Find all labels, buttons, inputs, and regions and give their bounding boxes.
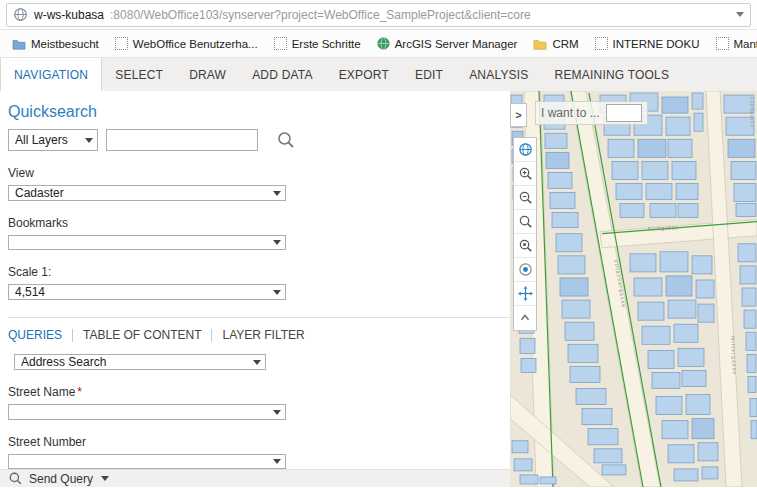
send-query-button[interactable]: Send Query [29,472,93,486]
url-box[interactable]: w-ws-kubasa:8080/WebOffice103/synserver?… [6,3,751,27]
subtab-table-of-content[interactable]: TABLE OF CONTENT [83,328,201,342]
bookmark-erste-schritte[interactable]: Erste Schritte [266,30,369,57]
folder-yellow-icon [533,38,547,50]
i-want-to-label: I want to ... [541,106,600,120]
bookmark-crm[interactable]: CRM [525,30,586,57]
identify-tool-icon[interactable] [514,258,536,282]
layer-scope-select[interactable]: All Layers [8,129,98,151]
query-type-select[interactable]: Address Search [14,354,266,370]
bookmark-label: INTERNE DOKU [613,38,700,50]
panel-collapse-button[interactable]: > [510,103,527,127]
zoom-previous-icon[interactable] [514,210,536,234]
scale-select[interactable]: 4,514 [8,284,286,300]
map-viewport[interactable]: Kinkgasse Villachergasse Mittergasse Len… [510,91,757,487]
quicksearch-title: Quicksearch [8,103,510,121]
page-dotted-icon [595,37,608,50]
pan-tool-icon[interactable] [514,282,536,306]
subtab-separator [72,329,73,342]
chevron-down-icon[interactable] [268,405,285,418]
chevron-down-icon[interactable] [80,130,97,150]
subtab-separator [211,329,212,342]
tab-draw[interactable]: DRAW [176,58,239,91]
bookmark-label: Meistbesucht [31,38,99,50]
page-dotted-icon [115,37,128,50]
map-toolbar [513,137,537,331]
chevron-down-icon[interactable] [268,186,285,200]
street-name-label: Street Name* [8,385,510,399]
full-extent-globe-icon[interactable] [514,138,536,162]
bookmarks-bar: Meistbesucht WebOffice Benutzerha... Ers… [0,30,757,58]
url-host: w-ws-kubasa [34,8,104,22]
quicksearch-input[interactable] [106,129,258,151]
street-number-combo[interactable] [8,454,286,469]
bookmark-mantis[interactable]: Mantis [708,30,757,57]
bookmarks-label: Bookmarks [8,216,510,230]
bookmark-weboffice-benutzerhandbuch[interactable]: WebOffice Benutzerha... [107,30,266,57]
tab-edit[interactable]: EDIT [402,58,456,91]
bookmark-interne-doku[interactable]: INTERNE DOKU [587,30,708,57]
tab-select[interactable]: SELECT [102,58,176,91]
tool-tab-bar: NAVIGATION SELECT DRAW ADD DATA EXPORT E… [0,58,757,91]
bookmark-arcgis-server-manager[interactable]: ArcGIS Server Manager [369,30,526,57]
street-name-combo[interactable] [8,404,286,419]
bookmark-label: WebOffice Benutzerha... [133,38,258,50]
scale-label: Scale 1: [8,265,510,279]
page-dotted-icon [274,37,287,50]
i-want-to-input[interactable] [606,104,642,122]
search-button[interactable] [276,130,296,150]
bookmark-label: ArcGIS Server Manager [395,38,518,50]
bookmark-label: Erste Schritte [292,38,361,50]
view-label: View [8,166,510,180]
url-history-dropdown-icon[interactable] [736,12,744,17]
chevron-down-icon[interactable] [248,355,265,369]
panel-subtabs: QUERIES TABLE OF CONTENT LAYER FILTER [8,317,510,342]
tab-navigation[interactable]: NAVIGATION [0,58,102,91]
browser-address-bar: w-ws-kubasa:8080/WebOffice103/synserver?… [0,0,757,30]
search-icon [8,471,23,486]
zoom-next-icon[interactable] [514,234,536,258]
chevron-down-icon[interactable] [268,455,285,468]
folder-blue-icon [12,38,26,50]
toolbar-collapse-up-icon[interactable] [514,306,536,330]
site-identity-globe-icon[interactable] [13,7,28,22]
map-canvas[interactable]: Kinkgasse Villachergasse Mittergasse Len… [510,91,757,487]
view-select[interactable]: Cadaster [8,185,286,201]
tab-add-data[interactable]: ADD DATA [239,58,326,91]
chevron-right-icon: > [515,109,521,121]
subtab-queries[interactable]: QUERIES [8,328,62,342]
zoom-out-icon[interactable] [514,186,536,210]
i-want-to-widget[interactable]: I want to ... [535,101,648,125]
chevron-down-icon[interactable] [268,285,285,299]
zoom-in-icon[interactable] [514,162,536,186]
tab-remaining-tools[interactable]: REMAINING TOOLS [542,58,683,91]
tab-export[interactable]: EXPORT [326,58,402,91]
page-dotted-icon [716,37,729,50]
bookmark-meistbesucht[interactable]: Meistbesucht [4,30,107,57]
globe-green-icon [377,37,390,50]
street-number-label: Street Number [8,435,510,449]
bookmark-label: Mantis [734,38,757,50]
send-query-bar: Send Query [0,469,510,487]
send-query-dropdown-icon[interactable] [101,476,109,481]
bookmarks-select[interactable] [8,235,286,250]
required-asterisk: * [77,385,82,399]
chevron-down-icon[interactable] [268,236,285,249]
navigation-panel: Quicksearch All Layers View Cadaster Boo… [0,91,510,487]
url-path: :8080/WebOffice103/synserver?project=Web… [110,8,726,22]
bookmark-label: CRM [552,38,578,50]
tab-analysis[interactable]: ANALYSIS [456,58,541,91]
subtab-layer-filter[interactable]: LAYER FILTER [222,328,304,342]
